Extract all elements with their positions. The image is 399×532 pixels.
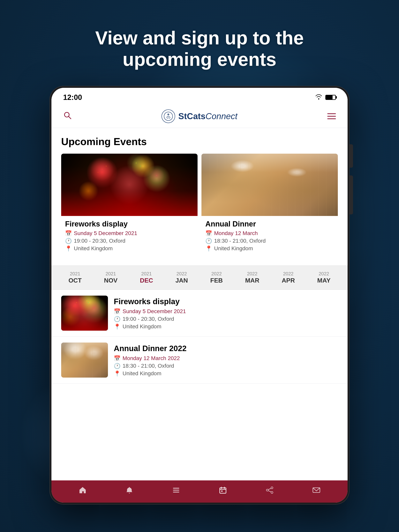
event-card-image-fireworks: [61, 154, 198, 216]
event-list: Fireworks display 📅 Sunday 5 December 20…: [51, 290, 348, 384]
upcoming-section: Upcoming Events Fireworks display: [51, 128, 348, 266]
bell-icon: [125, 486, 134, 496]
tablet-screen: 12:00: [51, 88, 348, 503]
event-location-row-dinner: 📍 United Kingdom: [205, 245, 334, 252]
event-list-location-dinner-list: United Kingdom: [122, 370, 161, 377]
event-list-location-fireworks-list: United Kingdom: [122, 323, 161, 330]
event-list-time-fireworks-list: 19:00 - 20:30, Oxford: [122, 316, 174, 322]
svg-line-1: [69, 116, 71, 119]
month-filter-item-feb[interactable]: 2022 FEB: [210, 271, 223, 284]
event-location-row-fireworks: 📍 United Kingdom: [65, 245, 194, 252]
event-list-item-dinner-list[interactable]: Annual Dinner 2022 📅 Monday 12 March 202…: [51, 337, 348, 384]
month-filter-item-nov[interactable]: 2021 NOV: [104, 271, 117, 284]
menu-button[interactable]: [327, 113, 336, 119]
event-list-info-dinner-list: Annual Dinner 2022 📅 Monday 12 March 202…: [114, 342, 338, 377]
event-list-item-fireworks-list[interactable]: Fireworks display 📅 Sunday 5 December 20…: [51, 290, 348, 337]
clock-icon-list-fireworks-list: 🕐: [114, 316, 121, 322]
event-list-date-dinner-list: Monday 12 March 2022: [122, 355, 180, 361]
svg-rect-11: [221, 491, 223, 492]
event-time-fireworks: 19:00 - 20:30, Oxford: [74, 238, 125, 244]
event-list-info-fireworks-list: Fireworks display 📅 Sunday 5 December 20…: [114, 296, 338, 330]
month-name-1: NOV: [104, 277, 117, 284]
event-date-fireworks: Sunday 5 December 2021: [74, 230, 137, 236]
tablet-shell: 12:00: [50, 86, 349, 505]
event-list-image-dinner-list: [61, 342, 108, 378]
month-name-3: JAN: [175, 277, 188, 284]
event-list-time-dinner-list: 18:30 - 21:00, Oxford: [122, 363, 174, 369]
fireworks-background: [61, 154, 198, 216]
event-list-image-fireworks-list: [61, 296, 108, 331]
event-card-info-dinner: Annual Dinner 📅 Monday 12 March 🕐 18:30 …: [201, 216, 338, 256]
month-filter-item-may[interactable]: 2022 MAY: [317, 271, 330, 284]
section-title: Upcoming Events: [61, 136, 338, 147]
event-card-fireworks[interactable]: Fireworks display 📅 Sunday 5 December 20…: [61, 154, 198, 256]
month-year-7: 2022: [319, 271, 329, 277]
nav-item-list-icon[interactable]: [172, 486, 180, 496]
event-card-title-dinner: Annual Dinner: [205, 220, 334, 228]
status-icons: [315, 94, 336, 101]
nav-item-home-icon[interactable]: [78, 486, 87, 496]
month-year-4: 2022: [211, 271, 222, 277]
month-year-6: 2022: [283, 271, 293, 277]
event-location-fireworks: United Kingdom: [74, 245, 113, 252]
event-card-title-fireworks: Fireworks display: [65, 220, 194, 228]
event-date-row-fireworks: 📅 Sunday 5 December 2021: [65, 230, 194, 237]
list-icon: [172, 486, 180, 496]
battery-icon: [325, 95, 336, 100]
nav-item-mail-icon[interactable]: [312, 486, 321, 496]
month-name-6: APR: [282, 277, 295, 284]
svg-point-13: [271, 492, 273, 494]
fireworks-sparkle: [61, 154, 198, 216]
share-icon: [265, 486, 274, 496]
event-list-meta-dinner-list: 📅 Monday 12 March 2022 🕐 18:30 - 21:00, …: [114, 355, 338, 377]
location-icon-fireworks: 📍: [65, 245, 72, 252]
bottom-nav: [51, 480, 348, 503]
event-list-time-row-fireworks-list: 🕐 19:00 - 20:30, Oxford: [114, 316, 338, 322]
nav-item-calendar-icon[interactable]: [219, 486, 227, 496]
calendar-icon-list-dinner-list: 📅: [114, 355, 121, 362]
logo-text: StCatsConnect: [178, 111, 237, 121]
status-time: 12:00: [63, 93, 82, 102]
search-button[interactable]: [63, 111, 72, 121]
nav-item-bell-icon[interactable]: [125, 486, 134, 496]
month-year-0: 2021: [70, 271, 80, 277]
status-bar: 12:00: [51, 88, 348, 105]
nav-item-share-icon[interactable]: [265, 486, 274, 496]
calendar-icon: [219, 486, 227, 496]
month-filter-item-jan[interactable]: 2022 JAN: [175, 271, 188, 284]
location-icon-dinner: 📍: [205, 245, 212, 252]
app-content[interactable]: Upcoming Events Fireworks display: [51, 128, 348, 480]
svg-rect-5: [173, 490, 179, 491]
event-date-dinner: Monday 12 March: [214, 230, 258, 236]
menu-line-1: [327, 113, 336, 114]
event-time-dinner: 18:30 - 21:00, Oxford: [214, 238, 266, 244]
logo-emblem: [161, 109, 175, 123]
app-logo: StCatsConnect: [161, 109, 237, 123]
hero-title: View and sign up to the upcoming events: [63, 27, 336, 70]
event-card-meta-fireworks: 📅 Sunday 5 December 2021 🕐 19:00 - 20:30…: [65, 230, 194, 252]
month-name-2: DEC: [140, 277, 153, 284]
event-list-title-dinner-list: Annual Dinner 2022: [114, 344, 338, 353]
svg-point-3: [167, 114, 169, 115]
event-date-row-dinner: 📅 Monday 12 March: [205, 230, 334, 237]
event-list-meta-fireworks-list: 📅 Sunday 5 December 2021 🕐 19:00 - 20:30…: [114, 308, 338, 330]
event-list-date-row-dinner-list: 📅 Monday 12 March 2022: [114, 355, 338, 362]
month-filter-item-dec[interactable]: 2021 DEC: [140, 271, 153, 284]
svg-rect-6: [173, 492, 179, 493]
svg-point-12: [271, 487, 273, 489]
month-filter-item-oct[interactable]: 2021 OCT: [68, 271, 82, 284]
event-location-dinner: United Kingdom: [214, 245, 253, 252]
month-name-7: MAY: [317, 277, 330, 284]
event-list-title-fireworks-list: Fireworks display: [114, 297, 338, 306]
event-card-dinner[interactable]: Annual Dinner 📅 Monday 12 March 🕐 18:30 …: [201, 154, 338, 256]
clock-icon-list-dinner-list: 🕐: [114, 363, 121, 369]
month-filter-item-mar[interactable]: 2022 MAR: [245, 271, 259, 284]
event-list-date-row-fireworks-list: 📅 Sunday 5 December 2021: [114, 308, 338, 315]
month-name-0: OCT: [68, 277, 82, 284]
month-name-5: MAR: [245, 277, 259, 284]
event-time-row-fireworks: 🕐 19:00 - 20:30, Oxford: [65, 238, 194, 244]
calendar-icon-fireworks: 📅: [65, 230, 72, 237]
month-year-5: 2022: [247, 271, 257, 277]
month-filter-item-apr[interactable]: 2022 APR: [282, 271, 295, 284]
clock-icon-dinner: 🕐: [205, 238, 212, 244]
